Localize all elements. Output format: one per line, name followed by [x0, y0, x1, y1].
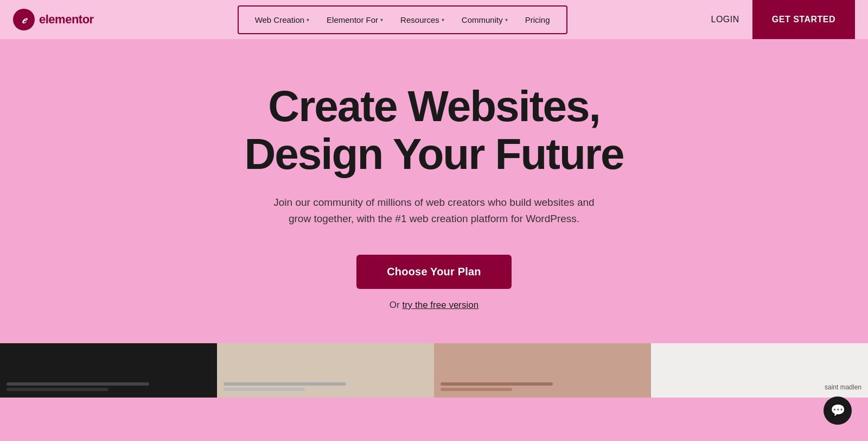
- chat-bubble[interactable]: 💬: [824, 396, 852, 425]
- showcase-card-4: saint madlen: [651, 343, 868, 398]
- chevron-down-icon: ▾: [307, 17, 309, 23]
- free-version-link[interactable]: try the free version: [402, 300, 478, 310]
- logo[interactable]: 𝑒 elementor: [13, 9, 94, 30]
- showcase-card-label: saint madlen: [825, 383, 861, 391]
- nav-item-pricing[interactable]: Pricing: [518, 11, 558, 29]
- navbar: 𝑒 elementor Web Creation ▾ Elementor For…: [0, 0, 868, 39]
- showcase-card-3: [434, 343, 651, 398]
- logo-text: elementor: [39, 12, 94, 27]
- nav-item-elementor-for[interactable]: Elementor For ▾: [319, 11, 391, 29]
- chat-icon: 💬: [831, 404, 845, 418]
- nav-right: LOGIN GET STARTED: [711, 0, 856, 39]
- chevron-down-icon: ▾: [380, 17, 383, 23]
- nav-item-resources[interactable]: Resources ▾: [393, 11, 452, 29]
- nav-item-web-creation[interactable]: Web Creation ▾: [247, 11, 317, 29]
- get-started-button[interactable]: GET STARTED: [752, 0, 855, 39]
- logo-icon: 𝑒: [13, 9, 35, 30]
- nav-item-community[interactable]: Community ▾: [454, 11, 515, 29]
- hero-title: Create Websites, Design Your Future: [245, 83, 624, 178]
- choose-plan-button[interactable]: Choose Your Plan: [356, 255, 512, 289]
- free-version-text: Or try the free version: [390, 300, 478, 311]
- showcase-card-2: [217, 343, 434, 398]
- chevron-down-icon: ▾: [442, 17, 444, 23]
- chevron-down-icon: ▾: [505, 17, 508, 23]
- showcase-strip: saint madlen: [0, 343, 868, 398]
- hero-subtitle: Join our community of millions of web cr…: [271, 194, 597, 228]
- nav-menu: Web Creation ▾ Elementor For ▾ Resources…: [238, 5, 567, 34]
- hero-section: Create Websites, Design Your Future Join…: [0, 39, 868, 343]
- showcase-card-1: [0, 343, 217, 398]
- login-button[interactable]: LOGIN: [711, 15, 739, 24]
